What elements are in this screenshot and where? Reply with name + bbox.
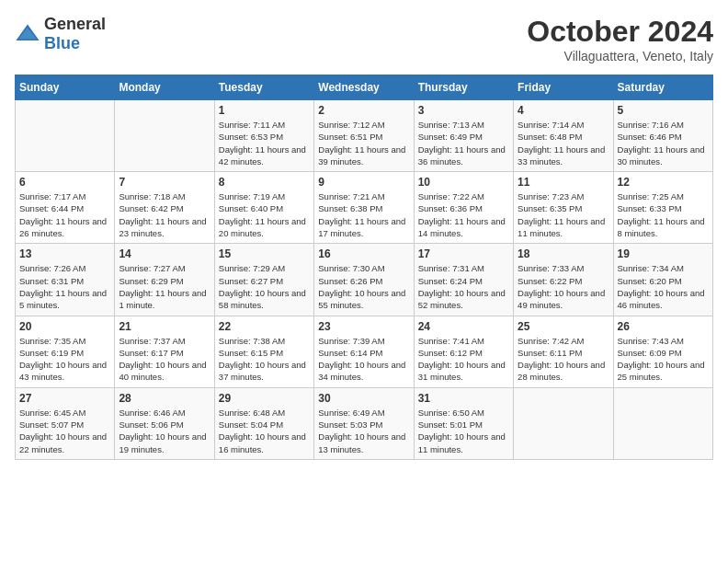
calendar-day-cell: 26Sunrise: 7:43 AM Sunset: 6:09 PM Dayli… xyxy=(613,316,712,387)
day-number: 17 xyxy=(418,247,509,260)
day-number: 7 xyxy=(119,176,210,189)
day-detail: Sunrise: 7:42 AM Sunset: 6:11 PM Dayligh… xyxy=(518,335,609,384)
day-detail: Sunrise: 7:23 AM Sunset: 6:35 PM Dayligh… xyxy=(518,190,609,239)
calendar-day-cell: 30Sunrise: 6:49 AM Sunset: 5:03 PM Dayli… xyxy=(314,387,414,459)
day-number: 18 xyxy=(518,247,609,260)
calendar-day-cell: 14Sunrise: 7:27 AM Sunset: 6:29 PM Dayli… xyxy=(115,244,214,316)
calendar-day-cell: 3Sunrise: 7:13 AM Sunset: 6:49 PM Daylig… xyxy=(414,100,513,172)
day-number: 22 xyxy=(219,320,310,333)
day-detail: Sunrise: 7:25 AM Sunset: 6:33 PM Dayligh… xyxy=(618,190,709,239)
calendar-day-cell: 11Sunrise: 7:23 AM Sunset: 6:35 PM Dayli… xyxy=(514,172,613,244)
day-number: 27 xyxy=(19,392,110,405)
day-number: 16 xyxy=(318,247,409,260)
day-detail: Sunrise: 7:11 AM Sunset: 6:53 PM Dayligh… xyxy=(219,119,310,167)
day-detail: Sunrise: 7:35 AM Sunset: 6:19 PM Dayligh… xyxy=(19,335,110,384)
day-number: 20 xyxy=(19,320,110,333)
day-number: 26 xyxy=(618,320,709,333)
calendar-day-cell: 15Sunrise: 7:29 AM Sunset: 6:27 PM Dayli… xyxy=(214,244,313,316)
calendar-day-cell: 21Sunrise: 7:37 AM Sunset: 6:17 PM Dayli… xyxy=(115,316,214,387)
calendar-header-cell: Monday xyxy=(115,75,214,100)
page-header: General Blue October 2024 Villaguattera,… xyxy=(15,15,713,63)
calendar-day-cell: 24Sunrise: 7:41 AM Sunset: 6:12 PM Dayli… xyxy=(414,316,513,387)
day-number: 1 xyxy=(219,104,310,117)
page-title: October 2024 xyxy=(527,15,713,49)
day-number: 10 xyxy=(418,176,509,189)
calendar-day-cell: 22Sunrise: 7:38 AM Sunset: 6:15 PM Dayli… xyxy=(214,316,313,387)
title-block: October 2024 Villaguattera, Veneto, Ital… xyxy=(527,15,713,63)
day-number: 9 xyxy=(318,176,409,189)
day-number: 4 xyxy=(518,104,609,117)
day-number: 11 xyxy=(518,176,609,189)
day-number: 24 xyxy=(418,320,509,333)
day-detail: Sunrise: 6:49 AM Sunset: 5:03 PM Dayligh… xyxy=(318,407,409,455)
day-detail: Sunrise: 7:38 AM Sunset: 6:15 PM Dayligh… xyxy=(219,335,310,384)
day-number: 31 xyxy=(418,392,509,405)
day-detail: Sunrise: 6:50 AM Sunset: 5:01 PM Dayligh… xyxy=(418,407,509,455)
calendar-day-cell: 2Sunrise: 7:12 AM Sunset: 6:51 PM Daylig… xyxy=(314,100,414,172)
logo: General Blue xyxy=(15,15,106,53)
day-number: 21 xyxy=(119,320,210,333)
calendar-day-cell: 10Sunrise: 7:22 AM Sunset: 6:36 PM Dayli… xyxy=(414,172,513,244)
calendar-day-cell: 13Sunrise: 7:26 AM Sunset: 6:31 PM Dayli… xyxy=(16,244,115,316)
calendar-header-cell: Thursday xyxy=(414,75,513,100)
day-detail: Sunrise: 7:31 AM Sunset: 6:24 PM Dayligh… xyxy=(418,262,509,311)
logo-general: General xyxy=(44,15,106,33)
day-detail: Sunrise: 7:34 AM Sunset: 6:20 PM Dayligh… xyxy=(618,262,709,311)
day-detail: Sunrise: 7:13 AM Sunset: 6:49 PM Dayligh… xyxy=(418,119,509,167)
day-number: 19 xyxy=(618,247,709,260)
calendar-week-row: 13Sunrise: 7:26 AM Sunset: 6:31 PM Dayli… xyxy=(16,244,713,316)
calendar-day-cell xyxy=(514,387,613,459)
calendar-day-cell: 12Sunrise: 7:25 AM Sunset: 6:33 PM Dayli… xyxy=(613,172,712,244)
day-detail: Sunrise: 7:29 AM Sunset: 6:27 PM Dayligh… xyxy=(219,262,310,311)
day-detail: Sunrise: 7:16 AM Sunset: 6:46 PM Dayligh… xyxy=(618,119,709,167)
day-number: 6 xyxy=(19,176,110,189)
calendar-header-cell: Sunday xyxy=(16,75,115,100)
calendar-table: SundayMondayTuesdayWednesdayThursdayFrid… xyxy=(15,75,713,460)
calendar-header-row: SundayMondayTuesdayWednesdayThursdayFrid… xyxy=(16,75,713,100)
calendar-header-cell: Saturday xyxy=(613,75,712,100)
calendar-week-row: 6Sunrise: 7:17 AM Sunset: 6:44 PM Daylig… xyxy=(16,172,713,244)
day-detail: Sunrise: 6:46 AM Sunset: 5:06 PM Dayligh… xyxy=(119,407,210,455)
calendar-day-cell: 27Sunrise: 6:45 AM Sunset: 5:07 PM Dayli… xyxy=(16,387,115,459)
day-detail: Sunrise: 7:17 AM Sunset: 6:44 PM Dayligh… xyxy=(19,190,110,239)
calendar-day-cell: 8Sunrise: 7:19 AM Sunset: 6:40 PM Daylig… xyxy=(214,172,313,244)
day-detail: Sunrise: 6:48 AM Sunset: 5:04 PM Dayligh… xyxy=(219,407,310,455)
calendar-day-cell: 28Sunrise: 6:46 AM Sunset: 5:06 PM Dayli… xyxy=(115,387,214,459)
calendar-day-cell xyxy=(16,100,115,172)
day-detail: Sunrise: 7:39 AM Sunset: 6:14 PM Dayligh… xyxy=(318,335,409,384)
day-number: 2 xyxy=(318,104,409,117)
day-number: 28 xyxy=(119,392,210,405)
day-detail: Sunrise: 7:26 AM Sunset: 6:31 PM Dayligh… xyxy=(19,262,110,311)
calendar-day-cell: 31Sunrise: 6:50 AM Sunset: 5:01 PM Dayli… xyxy=(414,387,513,459)
calendar-day-cell: 17Sunrise: 7:31 AM Sunset: 6:24 PM Dayli… xyxy=(414,244,513,316)
calendar-day-cell xyxy=(613,387,712,459)
calendar-day-cell: 7Sunrise: 7:18 AM Sunset: 6:42 PM Daylig… xyxy=(115,172,214,244)
calendar-day-cell: 1Sunrise: 7:11 AM Sunset: 6:53 PM Daylig… xyxy=(214,100,313,172)
logo-blue: Blue xyxy=(44,34,80,52)
logo-icon xyxy=(15,21,40,47)
day-detail: Sunrise: 7:41 AM Sunset: 6:12 PM Dayligh… xyxy=(418,335,509,384)
day-detail: Sunrise: 7:21 AM Sunset: 6:38 PM Dayligh… xyxy=(318,190,409,239)
day-detail: Sunrise: 7:37 AM Sunset: 6:17 PM Dayligh… xyxy=(119,335,210,384)
day-detail: Sunrise: 7:14 AM Sunset: 6:48 PM Dayligh… xyxy=(518,119,609,167)
calendar-day-cell: 19Sunrise: 7:34 AM Sunset: 6:20 PM Dayli… xyxy=(613,244,712,316)
calendar-day-cell: 29Sunrise: 6:48 AM Sunset: 5:04 PM Dayli… xyxy=(214,387,313,459)
page-subtitle: Villaguattera, Veneto, Italy xyxy=(527,49,713,63)
calendar-body: 1Sunrise: 7:11 AM Sunset: 6:53 PM Daylig… xyxy=(16,100,713,460)
day-detail: Sunrise: 7:18 AM Sunset: 6:42 PM Dayligh… xyxy=(119,190,210,239)
day-detail: Sunrise: 7:22 AM Sunset: 6:36 PM Dayligh… xyxy=(418,190,509,239)
calendar-header-cell: Tuesday xyxy=(214,75,313,100)
calendar-week-row: 27Sunrise: 6:45 AM Sunset: 5:07 PM Dayli… xyxy=(16,387,713,459)
day-number: 25 xyxy=(518,320,609,333)
calendar-day-cell: 9Sunrise: 7:21 AM Sunset: 6:38 PM Daylig… xyxy=(314,172,414,244)
day-detail: Sunrise: 7:33 AM Sunset: 6:22 PM Dayligh… xyxy=(518,262,609,311)
calendar-day-cell: 4Sunrise: 7:14 AM Sunset: 6:48 PM Daylig… xyxy=(514,100,613,172)
calendar-header-cell: Wednesday xyxy=(314,75,414,100)
day-number: 3 xyxy=(418,104,509,117)
day-number: 14 xyxy=(119,247,210,260)
calendar-week-row: 1Sunrise: 7:11 AM Sunset: 6:53 PM Daylig… xyxy=(16,100,713,172)
calendar-day-cell: 16Sunrise: 7:30 AM Sunset: 6:26 PM Dayli… xyxy=(314,244,414,316)
calendar-week-row: 20Sunrise: 7:35 AM Sunset: 6:19 PM Dayli… xyxy=(16,316,713,387)
calendar-day-cell: 25Sunrise: 7:42 AM Sunset: 6:11 PM Dayli… xyxy=(514,316,613,387)
calendar-header-cell: Friday xyxy=(514,75,613,100)
